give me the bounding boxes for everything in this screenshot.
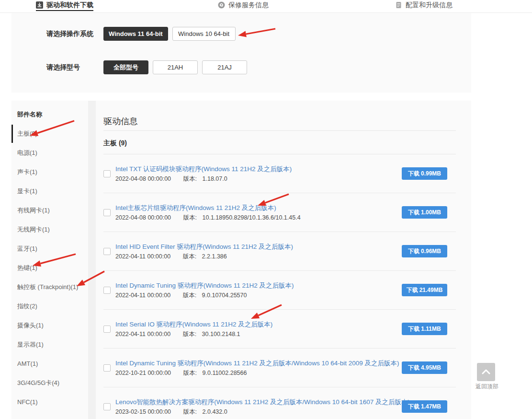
download-button-size: 1.11MB (421, 326, 441, 332)
config-upgrade-icon (395, 1, 402, 9)
driver-date: 2022-04-11 00:00:00 (115, 253, 170, 260)
sidebar-item[interactable]: 无线网卡(1) (11, 220, 88, 239)
driver-name-link[interactable]: Intel HID Event Filter 驱动程序(Windows 11 2… (115, 243, 402, 251)
driver-meta: 2022-10-21 00:00:00 版本: 9.0.11002.28566 (115, 370, 402, 377)
download-button-size: 1.47MB (421, 403, 441, 410)
sidebar-item[interactable]: 主板(9) (11, 124, 88, 143)
driver-version: 1.18.07.0 (203, 175, 227, 182)
sidebar-item[interactable]: 声卡(1) (11, 163, 88, 182)
sidebar-item[interactable]: 电源(1) (11, 143, 88, 163)
sidebar-item-label: NFC(1) (17, 398, 38, 406)
driver-checkbox[interactable] (103, 170, 111, 177)
download-button[interactable]: 下载 1.47MB (402, 400, 447, 413)
os-option-button[interactable]: Windows 11 64-bit (103, 27, 168, 41)
warranty-icon (218, 1, 225, 9)
driver-checkbox[interactable] (103, 403, 111, 410)
driver-row: Intel Dynamic Tuning 驱动程序(Windows 11 21H… (96, 349, 471, 387)
back-to-top-button[interactable] (477, 363, 495, 381)
driver-row: Lenovo智能散热解决方案驱动程序(Windows 11 21H2 及之后版本… (96, 387, 471, 419)
driver-name-link[interactable]: Intel Serial IO 驱动程序(Windows 11 21H2 及之后… (115, 320, 402, 328)
back-to-top: 返回顶部 (475, 363, 497, 391)
download-button[interactable]: 下载 1.00MB (402, 206, 447, 219)
model-option-button[interactable]: 21AH (153, 60, 198, 74)
sidebar-item-label: 摄像头(1) (17, 322, 44, 329)
sidebar-item[interactable]: 蓝牙(1) (11, 239, 88, 258)
sidebar-item-label: 声卡(1) (17, 168, 37, 175)
driver-info: Intel HID Event Filter 驱动程序(Windows 11 2… (115, 243, 402, 260)
driver-name-link[interactable]: Intel Dynamic Tuning 驱动程序(Windows 11 21H… (115, 359, 402, 367)
back-to-top-label: 返回顶部 (475, 383, 497, 391)
download-button[interactable]: 下载 0.96MB (402, 245, 447, 257)
top-tab-bar: 驱动和软件下载 保修服务信息 配置和升级信息 (0, 0, 532, 13)
driver-meta: 2022-04-11 00:00:00 版本: 2.2.1.386 (115, 253, 402, 260)
download-button-label: 下载 (408, 403, 419, 411)
driver-meta: 2022-04-11 00:00:00 版本: 30.100.2148.1 (115, 331, 402, 338)
os-option-button[interactable]: Windows 10 64-bit (172, 27, 236, 41)
tab-config-upgrade-info[interactable]: 配置和升级信息 (395, 0, 453, 10)
model-filter-label: 请选择型号 (46, 63, 103, 72)
tab-warranty-service-info[interactable]: 保修服务信息 (218, 0, 269, 10)
sidebar-item-label: AMT(1) (17, 360, 38, 367)
version-label: 版本: (183, 370, 197, 376)
divider (103, 130, 456, 131)
driver-version: 9.0.11002.28566 (203, 370, 247, 376)
driver-info: Intel TXT 认证码模块驱动程序(Windows 11 21H2 及之后版… (115, 165, 402, 183)
driver-name-link[interactable]: Intel主板芯片组驱动程序(Windows 11 21H2 及之后版本) (115, 204, 402, 212)
sidebar-item[interactable]: 有线网卡(1) (11, 201, 88, 220)
driver-info: Lenovo智能散热解决方案驱动程序(Windows 11 21H2 及之后版本… (115, 398, 402, 416)
driver-date: 2022-04-11 00:00:00 (115, 331, 170, 338)
driver-checkbox[interactable] (103, 248, 111, 255)
tab-label: 驱动和软件下载 (46, 1, 93, 10)
download-button-size: 1.00MB (421, 209, 441, 216)
sidebar-item[interactable]: 热键(1) (11, 258, 88, 278)
panel-gap-divider (88, 101, 96, 419)
download-button[interactable]: 下载 1.11MB (402, 323, 447, 335)
version-label: 版本: (183, 331, 196, 338)
sidebar-item-label: 蓝牙(1) (17, 245, 37, 252)
driver-checkbox[interactable] (103, 287, 111, 294)
driver-info: Intel主板芯片组驱动程序(Windows 11 21H2 及之后版本) 20… (115, 204, 402, 221)
sidebar-item-label: 触控板 (Trackpoint)(1) (17, 283, 78, 291)
download-button-label: 下载 (408, 209, 419, 217)
driver-name-link[interactable]: Intel TXT 认证码模块驱动程序(Windows 11 21H2 及之后版… (115, 165, 402, 173)
driver-name-link[interactable]: Lenovo智能散热解决方案驱动程序(Windows 11 21H2 及之后版本… (115, 398, 402, 406)
driver-date: 2023-02-15 00:00:00 (115, 408, 171, 415)
download-icon (36, 1, 43, 9)
sidebar-item[interactable]: NFC(1) (11, 393, 88, 412)
sidebar-item[interactable]: 显卡(1) (11, 182, 88, 201)
download-button-size: 0.99MB (421, 170, 441, 177)
model-option-button[interactable]: 21AJ (202, 60, 247, 74)
sidebar-item[interactable]: 摄像头(1) (11, 316, 88, 335)
parts-sidebar: 部件名称 主板(9) 电源(1) 声卡(1) 显卡(1) 有线网卡(1) 无线网… (11, 101, 88, 419)
driver-checkbox[interactable] (103, 209, 111, 216)
driver-name-link[interactable]: Intel Dynamic Tuning 驱动程序(Windows 11 21H… (115, 281, 402, 290)
sidebar-item[interactable]: 3G/4G/5G卡(4) (11, 373, 88, 393)
driver-row: Intel Serial IO 驱动程序(Windows 11 21H2 及之后… (96, 310, 471, 348)
model-option-button[interactable]: 全部型号 (103, 60, 148, 74)
sidebar-item[interactable]: 显示器(1) (11, 335, 88, 354)
driver-date: 2022-04-11 00:00:00 (115, 292, 170, 299)
tab-driver-software-download[interactable]: 驱动和软件下载 (36, 0, 93, 11)
version-label: 版本: (183, 253, 196, 260)
tab-label: 配置和升级信息 (406, 1, 453, 10)
sidebar-item-label: 无线网卡(1) (17, 226, 50, 233)
download-button[interactable]: 下载 4.95MB (402, 361, 447, 374)
sidebar-item[interactable]: AMT(1) (11, 354, 88, 373)
download-button[interactable]: 下载 0.99MB (402, 167, 447, 180)
download-button[interactable]: 下载 21.49MB (402, 284, 447, 296)
download-button-size: 0.96MB (421, 248, 441, 255)
sidebar-item[interactable]: 触控板 (Trackpoint)(1) (11, 278, 88, 297)
download-button-size: 4.95MB (421, 364, 441, 371)
driver-checkbox[interactable] (103, 364, 111, 372)
sidebar-item[interactable]: 指纹(2) (11, 297, 88, 316)
model-filter-row: 请选择型号 全部型号 21AH 21AJ (46, 60, 247, 74)
section-title: 主板 (9) (103, 138, 456, 148)
version-label: 版本: (183, 175, 197, 182)
driver-checkbox[interactable] (103, 326, 111, 333)
tab-label: 保修服务信息 (228, 1, 269, 10)
driver-version: 10.1.18950.8298/10.1.36.6/10.1.45.4 (203, 214, 301, 221)
model-button-group: 全部型号 21AH 21AJ (103, 60, 247, 74)
driver-row: Intel主板芯片组驱动程序(Windows 11 21H2 及之后版本) 20… (96, 193, 471, 232)
download-button-label: 下载 (408, 247, 419, 256)
sidebar-item-label: 显示器(1) (17, 341, 44, 348)
